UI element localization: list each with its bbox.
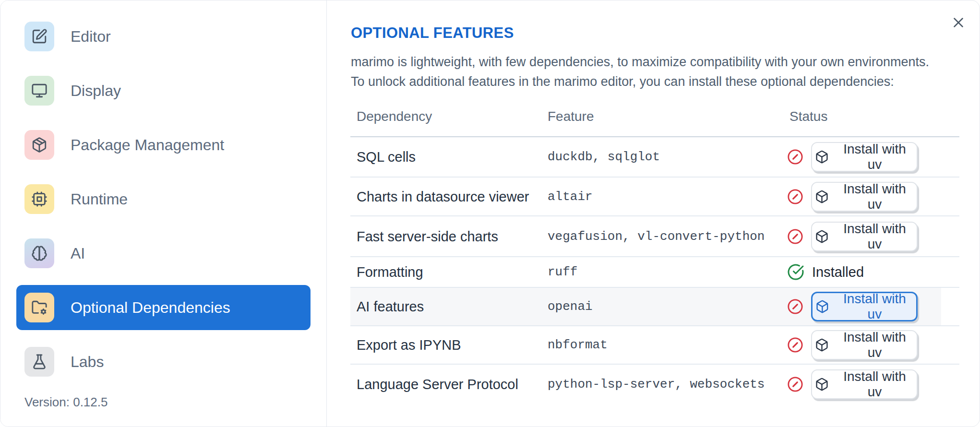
panel-description: marimo is lightweight, with few dependen… xyxy=(351,52,929,92)
close-button[interactable] xyxy=(949,13,968,32)
sidebar-item-editor[interactable]: Editor xyxy=(16,14,311,59)
feature-cell: altair xyxy=(548,190,593,204)
box-icon xyxy=(815,377,829,391)
dependency-cell: Language Server Protocol xyxy=(357,377,518,392)
circle-x-icon xyxy=(787,376,803,392)
settings-sidebar: EditorDisplayPackage ManagementRuntimeAI… xyxy=(0,0,327,427)
box-icon xyxy=(815,229,829,244)
install-with-uv-button[interactable]: Install with uv xyxy=(811,330,918,360)
sidebar-item-label: Runtime xyxy=(71,190,128,208)
panel-title: OPTIONAL FEATURES xyxy=(351,24,514,42)
dependencies-table: Dependency Feature Status SQL cellsduckd… xyxy=(350,96,959,404)
box-icon xyxy=(815,190,829,204)
circle-check-icon xyxy=(787,263,804,281)
install-button-label: Install with uv xyxy=(836,291,913,322)
feature-cell: nbformat xyxy=(548,338,608,352)
table-header: Dependency Feature Status xyxy=(350,96,959,137)
circle-x-icon xyxy=(787,228,803,245)
feature-cell: duckdb, sqlglot xyxy=(548,150,660,164)
box-icon xyxy=(815,299,829,314)
settings-dialog: EditorDisplayPackage ManagementRuntimeAI… xyxy=(0,0,980,427)
sidebar-item-label: Labs xyxy=(71,353,104,371)
circle-x-icon xyxy=(787,337,803,353)
circle-x-icon xyxy=(787,149,803,165)
install-button-label: Install with uv xyxy=(836,181,914,212)
dependency-cell: Export as IPYNB xyxy=(357,337,461,353)
table-row: Charts in datasource vieweraltairInstall… xyxy=(350,178,959,216)
dependency-cell: AI features xyxy=(357,299,424,315)
sidebar-item-runtime[interactable]: Runtime xyxy=(16,177,311,222)
column-header-status: Status xyxy=(789,109,827,124)
column-header-feature: Feature xyxy=(548,109,594,124)
install-button-label: Install with uv xyxy=(836,221,914,252)
table-row: FormattingruffInstalled xyxy=(350,257,959,288)
x-icon xyxy=(950,14,967,31)
sidebar-item-package-management[interactable]: Package Management xyxy=(16,122,311,167)
installed-status-label: Installed xyxy=(812,264,864,280)
sidebar-item-labs[interactable]: Labs xyxy=(16,339,311,384)
brain-icon xyxy=(24,238,54,268)
install-with-uv-button[interactable]: Install with uv xyxy=(811,142,918,172)
install-button-label: Install with uv xyxy=(836,369,914,400)
table-row: SQL cellsduckdb, sqlglotInstall with uv xyxy=(350,137,959,178)
dependency-cell: Charts in datasource viewer xyxy=(357,189,529,204)
feature-cell: ruff xyxy=(548,265,577,279)
dependency-cell: Fast server-side charts xyxy=(357,228,498,244)
panel-description-line: To unlock additional features in the mar… xyxy=(351,72,929,92)
dependency-cell: SQL cells xyxy=(357,149,416,165)
dependency-cell: Formatting xyxy=(357,264,423,280)
circle-x-icon xyxy=(787,298,803,315)
sidebar-item-label: Editor xyxy=(71,28,111,46)
flask-icon xyxy=(24,347,54,377)
sidebar-item-label: Display xyxy=(71,82,121,100)
table-row: Export as IPYNBnbformatInstall with uv xyxy=(350,326,959,365)
install-with-uv-button[interactable]: Install with uv xyxy=(811,292,918,321)
feature-cell: python-lsp-server, websockets xyxy=(548,377,765,391)
install-with-uv-button[interactable]: Install with uv xyxy=(811,182,918,212)
column-header-dependency: Dependency xyxy=(357,109,432,124)
table-row: Language Server Protocolpython-lsp-serve… xyxy=(350,365,959,404)
sidebar-item-display[interactable]: Display xyxy=(16,68,311,113)
install-button-label: Install with uv xyxy=(836,330,914,360)
sidebar-item-ai[interactable]: AI xyxy=(16,231,311,276)
sidebar-item-label: AI xyxy=(71,245,85,262)
square-pen-icon xyxy=(24,22,54,51)
box-icon xyxy=(815,150,829,164)
monitor-icon xyxy=(24,76,54,106)
feature-cell: openai xyxy=(548,299,593,314)
feature-cell: vegafusion, vl-convert-python xyxy=(548,229,765,244)
package-icon xyxy=(24,130,54,160)
folder-cog-icon xyxy=(24,293,54,322)
table-row: Fast server-side chartsvegafusion, vl-co… xyxy=(350,216,959,257)
panel-description-line: marimo is lightweight, with few dependen… xyxy=(351,52,929,72)
install-with-uv-button[interactable]: Install with uv xyxy=(811,369,918,399)
circle-x-icon xyxy=(787,189,803,205)
install-with-uv-button[interactable]: Install with uv xyxy=(811,222,918,251)
box-icon xyxy=(815,338,829,352)
version-label: Version: 0.12.5 xyxy=(24,395,108,410)
sidebar-item-optional-dependencies[interactable]: Optional Dependencies xyxy=(16,285,311,330)
sidebar-item-label: Package Management xyxy=(71,136,224,154)
sidebar-item-label: Optional Dependencies xyxy=(71,299,230,317)
cpu-icon xyxy=(24,184,54,214)
table-row: AI featuresopenaiInstall with uv xyxy=(350,288,959,326)
install-button-label: Install with uv xyxy=(836,142,914,172)
